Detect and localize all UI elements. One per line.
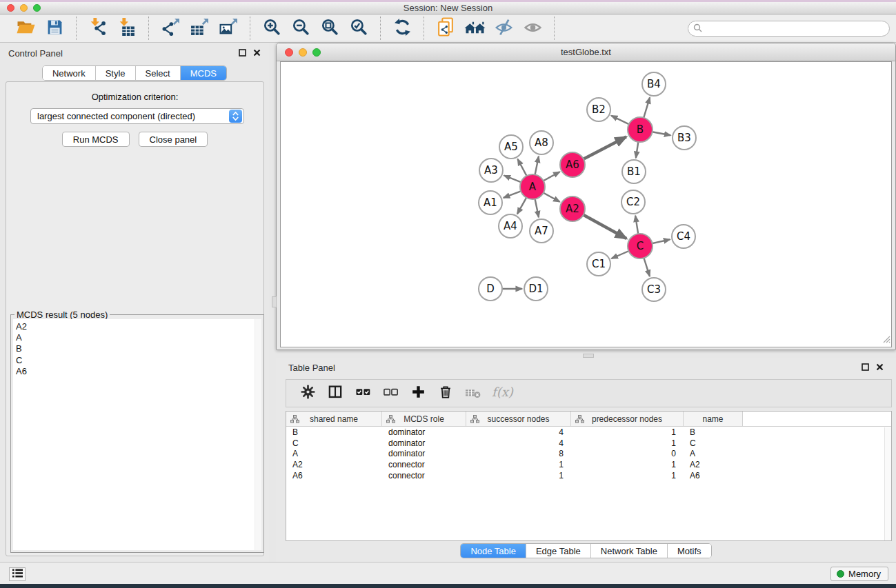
graph-node-A2[interactable]: A2 [560, 196, 585, 221]
table-scrollbar[interactable] [884, 427, 891, 540]
column-header-shared-name[interactable]: shared name [286, 412, 382, 426]
tree-icon [575, 415, 584, 425]
graph-node-A3[interactable]: A3 [479, 159, 503, 182]
export-image-button[interactable] [214, 17, 243, 40]
tab-network-table[interactable]: Network Table [591, 544, 668, 558]
refresh-icon [393, 18, 412, 39]
graph-node-A4[interactable]: A4 [499, 214, 522, 238]
save-session-button[interactable] [40, 17, 69, 40]
export-table-button[interactable] [185, 17, 214, 40]
graph-node-B1[interactable]: B1 [622, 160, 646, 183]
tab-select[interactable]: Select [136, 66, 181, 80]
graph-node-A1[interactable]: A1 [479, 191, 502, 214]
show-panel-button[interactable] [518, 17, 547, 40]
status-bar: Memory [0, 562, 896, 584]
show-column-panel-button[interactable] [326, 383, 344, 404]
graph-node-B4[interactable]: B4 [642, 72, 666, 96]
column-header-label: shared name [310, 414, 358, 424]
delete-column-button[interactable] [437, 383, 455, 404]
dropdown-stepper-icon [229, 110, 242, 123]
criterion-dropdown[interactable]: largest connected component (directed) [30, 108, 244, 124]
mcds-result-item[interactable]: B [13, 343, 261, 354]
graph-node-A7[interactable]: A7 [530, 219, 553, 243]
graph-node-D[interactable]: D [479, 277, 502, 301]
tab-edge-table[interactable]: Edge Table [526, 544, 591, 558]
table-row[interactable]: A2connector11A2 [286, 459, 891, 470]
float-panel-icon[interactable] [239, 47, 246, 59]
table-row[interactable]: Adominator80A [286, 449, 891, 460]
import-table-button[interactable] [112, 17, 141, 40]
tab-style[interactable]: Style [96, 66, 136, 80]
graph-node-C2[interactable]: C2 [621, 190, 645, 214]
graph-node-D1[interactable]: D1 [524, 277, 548, 301]
memory-button[interactable]: Memory [830, 567, 888, 581]
column-header-MCDS-role[interactable]: MCDS role [382, 412, 466, 426]
export-network-button[interactable] [156, 17, 185, 40]
close-table-panel-icon[interactable] [876, 361, 884, 374]
graph-node-A8[interactable]: A8 [530, 131, 553, 154]
mcds-result-item[interactable]: A [13, 332, 261, 343]
graph-node-C3[interactable]: C3 [642, 278, 666, 301]
table-row[interactable]: A6connector11A6 [286, 470, 891, 481]
hide-panel-button[interactable] [489, 17, 518, 40]
table-row[interactable]: Cdominator41C [286, 438, 891, 449]
mcds-result-item[interactable]: A2 [13, 321, 261, 332]
column-header-label: MCDS role [404, 414, 444, 424]
network-canvas[interactable]: B4 B2 B B3 A8 A5 A6 A3 B1 A [280, 61, 892, 347]
open-session-button[interactable] [11, 17, 40, 40]
toolbar-group [381, 17, 424, 40]
import-network-button[interactable] [83, 17, 112, 40]
graph-node-C1[interactable]: C1 [587, 252, 610, 276]
tab-network[interactable]: Network [43, 66, 96, 80]
refresh-layout-button[interactable] [388, 17, 417, 40]
svg-text:D1: D1 [528, 283, 543, 295]
graph-node-B3[interactable]: B3 [673, 126, 696, 150]
table-cell: 4 [466, 427, 571, 437]
unselect-all-columns-button[interactable] [381, 383, 399, 404]
task-history-button[interactable] [9, 567, 26, 581]
graph-node-C[interactable]: C [628, 234, 653, 258]
table-settings-button[interactable] [299, 383, 317, 404]
eye-slash-icon [495, 18, 513, 39]
column-header-predecessor-nodes[interactable]: predecessor nodes [571, 412, 684, 426]
import-network-icon [89, 18, 108, 39]
trash-icon [438, 384, 453, 403]
run-mcds-button[interactable]: Run MCDS [62, 132, 130, 147]
zoom-in-button[interactable] [257, 17, 286, 40]
network-window-titlebar[interactable]: testGlobe.txt [277, 43, 895, 61]
graph-node-B2[interactable]: B2 [587, 98, 610, 121]
close-panel-button[interactable]: Close panel [139, 132, 208, 147]
window-resize-grip[interactable] [882, 334, 890, 346]
tab-node-table[interactable]: Node Table [461, 544, 526, 558]
column-header-successor-nodes[interactable]: successor nodes [466, 412, 571, 426]
column-header-name[interactable]: name [684, 412, 743, 426]
graph-node-A5[interactable]: A5 [499, 135, 523, 159]
table-row[interactable]: Bdominator41B [286, 427, 891, 438]
table-tabs: Node TableEdge TableNetwork TableMotifs [276, 543, 896, 558]
window-title: Session: New Session [0, 3, 896, 13]
vertical-splitter-handle[interactable] [272, 296, 277, 307]
graph-node-A[interactable]: A [520, 174, 545, 199]
search-input[interactable] [688, 21, 890, 37]
zoom-fit-button[interactable] [315, 17, 344, 40]
table-cell: B [286, 427, 382, 437]
zoom-selected-button[interactable] [344, 17, 373, 40]
network-window-title: testGlobe.txt [277, 47, 895, 57]
graph-node-A6[interactable]: A6 [560, 152, 585, 177]
close-panel-icon[interactable] [253, 47, 261, 59]
select-all-columns-button[interactable] [354, 383, 372, 404]
horizontal-splitter-handle[interactable] [583, 354, 594, 358]
tab-mcds[interactable]: MCDS [181, 66, 226, 80]
svg-text:A3: A3 [484, 164, 498, 176]
mcds-result-item[interactable]: C [13, 355, 261, 366]
mcds-list-scrollbar[interactable] [255, 319, 261, 550]
graph-node-B[interactable]: B [628, 117, 653, 142]
float-table-panel-icon[interactable] [862, 361, 869, 374]
zoom-out-button[interactable] [286, 17, 315, 40]
graph-node-C4[interactable]: C4 [672, 225, 695, 248]
clone-network-button[interactable] [431, 17, 460, 40]
mcds-result-item[interactable]: A6 [13, 366, 261, 377]
create-column-button[interactable] [409, 383, 427, 404]
home-button[interactable] [460, 17, 489, 40]
tab-motifs[interactable]: Motifs [668, 544, 711, 558]
